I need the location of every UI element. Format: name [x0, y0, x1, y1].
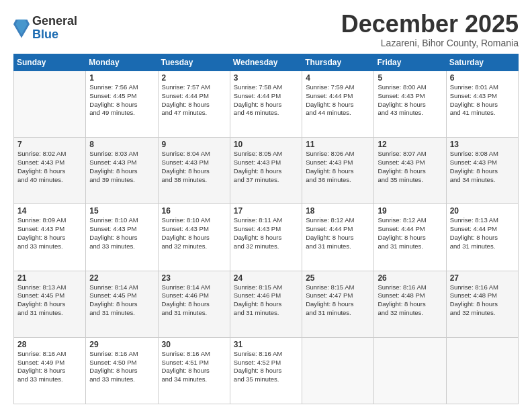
logo-general: General	[32, 15, 77, 28]
calendar-cell: 16Sunrise: 8:10 AMSunset: 4:43 PMDayligh…	[158, 204, 230, 271]
day-number: 12	[378, 140, 442, 149]
calendar-cell: 21Sunrise: 8:13 AMSunset: 4:45 PMDayligh…	[14, 271, 86, 337]
day-info: Sunrise: 8:08 AMSunset: 4:43 PMDaylight:…	[450, 150, 515, 184]
day-info: Sunrise: 8:16 AMSunset: 4:50 PMDaylight:…	[89, 350, 154, 384]
calendar-cell: 14Sunrise: 8:09 AMSunset: 4:43 PMDayligh…	[14, 204, 86, 271]
calendar-cell: 8Sunrise: 8:03 AMSunset: 4:43 PMDaylight…	[86, 138, 158, 204]
th-sunday: Sunday	[14, 54, 86, 71]
calendar-cell: 12Sunrise: 8:07 AMSunset: 4:43 PMDayligh…	[374, 138, 446, 204]
day-info: Sunrise: 7:59 AMSunset: 4:44 PMDaylight:…	[306, 83, 370, 118]
calendar-cell: 7Sunrise: 8:02 AMSunset: 4:43 PMDaylight…	[14, 138, 86, 204]
calendar-week-3: 21Sunrise: 8:13 AMSunset: 4:45 PMDayligh…	[14, 271, 519, 337]
calendar-table: Sunday Monday Tuesday Wednesday Thursday…	[13, 54, 519, 404]
day-number: 30	[162, 340, 226, 349]
day-info: Sunrise: 8:10 AMSunset: 4:43 PMDaylight:…	[162, 216, 226, 250]
day-number: 4	[306, 73, 370, 83]
day-number: 7	[17, 140, 82, 149]
calendar-cell: 20Sunrise: 8:13 AMSunset: 4:44 PMDayligh…	[446, 204, 518, 271]
day-info: Sunrise: 8:04 AMSunset: 4:43 PMDaylight:…	[162, 150, 226, 184]
header-row: Sunday Monday Tuesday Wednesday Thursday…	[14, 54, 519, 71]
day-info: Sunrise: 8:02 AMSunset: 4:43 PMDaylight:…	[17, 150, 82, 184]
calendar-cell: 1Sunrise: 7:56 AMSunset: 4:45 PMDaylight…	[86, 71, 158, 138]
day-info: Sunrise: 8:16 AMSunset: 4:49 PMDaylight:…	[17, 350, 82, 384]
calendar-cell: 11Sunrise: 8:06 AMSunset: 4:43 PMDayligh…	[302, 138, 374, 204]
day-info: Sunrise: 8:09 AMSunset: 4:43 PMDaylight:…	[17, 216, 82, 250]
calendar-cell: 15Sunrise: 8:10 AMSunset: 4:43 PMDayligh…	[86, 204, 158, 271]
day-info: Sunrise: 8:13 AMSunset: 4:44 PMDaylight:…	[450, 216, 515, 250]
calendar-week-4: 28Sunrise: 8:16 AMSunset: 4:49 PMDayligh…	[14, 337, 519, 404]
th-saturday: Saturday	[446, 54, 518, 71]
calendar-cell: 30Sunrise: 8:16 AMSunset: 4:51 PMDayligh…	[158, 337, 230, 404]
calendar-week-2: 14Sunrise: 8:09 AMSunset: 4:43 PMDayligh…	[14, 204, 519, 271]
location-subtitle: Lazareni, Bihor County, Romania	[341, 38, 519, 48]
day-number: 6	[450, 73, 515, 83]
day-number: 17	[234, 206, 298, 216]
day-number: 14	[17, 206, 82, 216]
day-info: Sunrise: 8:16 AMSunset: 4:52 PMDaylight:…	[234, 350, 298, 384]
day-info: Sunrise: 8:10 AMSunset: 4:43 PMDaylight:…	[89, 216, 154, 250]
calendar-cell	[374, 337, 446, 404]
day-info: Sunrise: 8:16 AMSunset: 4:48 PMDaylight:…	[450, 283, 515, 318]
day-info: Sunrise: 8:01 AMSunset: 4:43 PMDaylight:…	[450, 83, 515, 118]
day-info: Sunrise: 8:13 AMSunset: 4:45 PMDaylight:…	[17, 283, 82, 318]
calendar-cell: 5Sunrise: 8:00 AMSunset: 4:43 PMDaylight…	[374, 71, 446, 138]
calendar-cell: 9Sunrise: 8:04 AMSunset: 4:43 PMDaylight…	[158, 138, 230, 204]
calendar-cell: 27Sunrise: 8:16 AMSunset: 4:48 PMDayligh…	[446, 271, 518, 337]
day-number: 5	[378, 73, 442, 83]
th-friday: Friday	[374, 54, 446, 71]
day-number: 21	[17, 273, 82, 283]
day-info: Sunrise: 8:12 AMSunset: 4:44 PMDaylight:…	[378, 216, 442, 250]
day-number: 9	[162, 140, 226, 149]
calendar-cell: 23Sunrise: 8:14 AMSunset: 4:46 PMDayligh…	[158, 271, 230, 337]
calendar-cell: 24Sunrise: 8:15 AMSunset: 4:46 PMDayligh…	[230, 271, 302, 337]
day-info: Sunrise: 8:15 AMSunset: 4:47 PMDaylight:…	[306, 283, 370, 318]
day-info: Sunrise: 8:15 AMSunset: 4:46 PMDaylight:…	[234, 283, 298, 318]
day-info: Sunrise: 8:06 AMSunset: 4:43 PMDaylight:…	[306, 150, 370, 184]
day-info: Sunrise: 7:58 AMSunset: 4:44 PMDaylight:…	[234, 83, 298, 118]
th-tuesday: Tuesday	[158, 54, 230, 71]
day-number: 15	[89, 206, 154, 216]
calendar-page: General Blue December 2025 Lazareni, Bih…	[0, 0, 532, 411]
header: General Blue December 2025 Lazareni, Bih…	[13, 12, 519, 48]
th-thursday: Thursday	[302, 54, 374, 71]
calendar-cell	[302, 337, 374, 404]
day-info: Sunrise: 7:56 AMSunset: 4:45 PMDaylight:…	[89, 83, 154, 118]
day-info: Sunrise: 8:07 AMSunset: 4:43 PMDaylight:…	[378, 150, 442, 184]
calendar-cell: 26Sunrise: 8:16 AMSunset: 4:48 PMDayligh…	[374, 271, 446, 337]
day-number: 16	[162, 206, 226, 216]
day-number: 3	[234, 73, 298, 83]
day-number: 26	[378, 273, 442, 283]
month-title: December 2025	[341, 12, 519, 36]
day-number: 27	[450, 273, 515, 283]
calendar-cell	[14, 71, 86, 138]
calendar-cell: 29Sunrise: 8:16 AMSunset: 4:50 PMDayligh…	[86, 337, 158, 404]
calendar-cell: 25Sunrise: 8:15 AMSunset: 4:47 PMDayligh…	[302, 271, 374, 337]
calendar-cell: 22Sunrise: 8:14 AMSunset: 4:45 PMDayligh…	[86, 271, 158, 337]
day-number: 24	[234, 273, 298, 283]
calendar-week-1: 7Sunrise: 8:02 AMSunset: 4:43 PMDaylight…	[14, 138, 519, 204]
day-number: 31	[234, 340, 298, 349]
calendar-cell: 13Sunrise: 8:08 AMSunset: 4:43 PMDayligh…	[446, 138, 518, 204]
day-number: 28	[17, 340, 82, 349]
day-info: Sunrise: 8:03 AMSunset: 4:43 PMDaylight:…	[89, 150, 154, 184]
calendar-week-0: 1Sunrise: 7:56 AMSunset: 4:45 PMDaylight…	[14, 71, 519, 138]
calendar-cell: 17Sunrise: 8:11 AMSunset: 4:43 PMDayligh…	[230, 204, 302, 271]
logo: General Blue	[13, 15, 77, 42]
day-number: 13	[450, 140, 515, 149]
title-block: December 2025 Lazareni, Bihor County, Ro…	[341, 12, 519, 48]
day-info: Sunrise: 8:12 AMSunset: 4:44 PMDaylight:…	[306, 216, 370, 250]
calendar-cell: 6Sunrise: 8:01 AMSunset: 4:43 PMDaylight…	[446, 71, 518, 138]
day-info: Sunrise: 8:16 AMSunset: 4:51 PMDaylight:…	[162, 350, 226, 384]
day-number: 8	[89, 140, 154, 149]
day-info: Sunrise: 8:00 AMSunset: 4:43 PMDaylight:…	[378, 83, 442, 118]
day-number: 11	[306, 140, 370, 149]
calendar-cell: 19Sunrise: 8:12 AMSunset: 4:44 PMDayligh…	[374, 204, 446, 271]
calendar-cell: 31Sunrise: 8:16 AMSunset: 4:52 PMDayligh…	[230, 337, 302, 404]
day-number: 25	[306, 273, 370, 283]
day-number: 2	[162, 73, 226, 83]
calendar-cell: 28Sunrise: 8:16 AMSunset: 4:49 PMDayligh…	[14, 337, 86, 404]
calendar-cell	[446, 337, 518, 404]
day-number: 29	[89, 340, 154, 349]
calendar-cell: 18Sunrise: 8:12 AMSunset: 4:44 PMDayligh…	[302, 204, 374, 271]
day-number: 19	[378, 206, 442, 216]
